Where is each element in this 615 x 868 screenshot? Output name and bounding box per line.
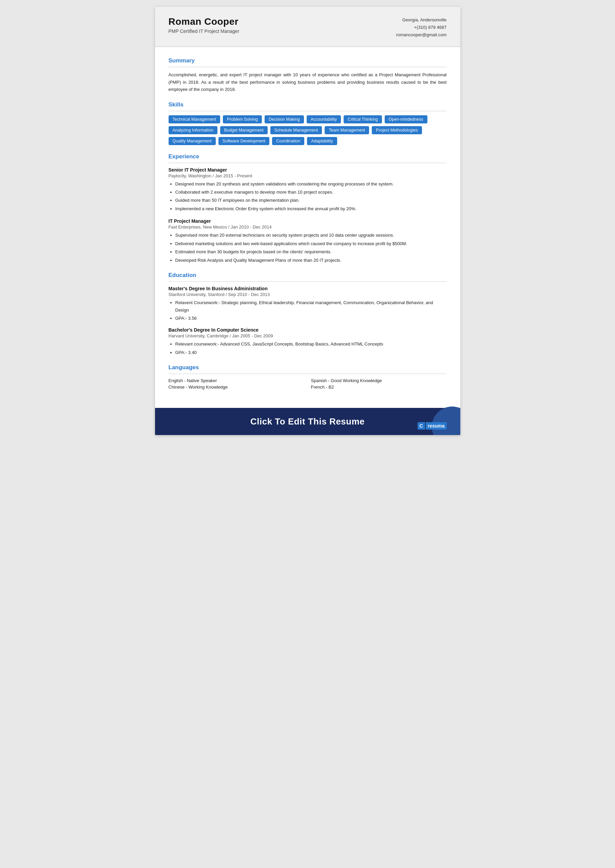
header-right: Georgia, Andersonville +(310) 879 4687 r… — [396, 16, 446, 39]
skill-badge: Quality Management — [169, 137, 216, 145]
skill-badge: Coordination — [272, 137, 304, 145]
language-item: French - B2 — [311, 385, 447, 390]
job-meta: Paylocity, Washington / Jan 2015 - Prese… — [169, 173, 447, 178]
job-bullet: Guided more than 50 IT employees on the … — [175, 197, 447, 204]
skill-badge: Team Management — [325, 126, 369, 134]
job-entry: Senior IT Project Manager Paylocity, Was… — [169, 167, 447, 213]
cta-text: Click To Edit This Resume — [250, 416, 365, 427]
languages-divider — [169, 374, 447, 374]
skill-badge: Critical Thinking — [343, 115, 382, 123]
education-entry: Master's Degree In Business Administrati… — [169, 286, 447, 322]
edu-bullet: Relevant coursework:- Advanced CSS, Java… — [175, 340, 447, 348]
summary-section: Summary Accomplished, energetic, and exp… — [169, 57, 447, 93]
edu-bullets: Relavent Coursework:- Strategic planning… — [169, 299, 447, 322]
skill-badge: Analyzing Information — [169, 126, 217, 134]
languages-grid: English - Native SpeakerSpanish - Good W… — [169, 378, 447, 390]
skill-badge: Schedule Management — [270, 126, 322, 134]
language-item: Spanish - Good Working Knowledge — [311, 378, 447, 383]
job-bullet: Delivered marketing solutions and two we… — [175, 240, 447, 247]
resume-header: Roman Cooper PMP Certified IT Project Ma… — [155, 7, 460, 47]
summary-section-title: Summary — [169, 57, 447, 64]
experience-section: Experience Senior IT Project Manager Pay… — [169, 153, 447, 264]
job-bullet: Implemented a new Electronic Order Entry… — [175, 205, 447, 212]
header-left: Roman Cooper PMP Certified IT Project Ma… — [169, 16, 239, 34]
experience-divider — [169, 163, 447, 163]
edu-bullet: Relavent Coursework:- Strategic planning… — [175, 299, 447, 314]
skill-badge: Open-mindedness — [385, 115, 428, 123]
footer-cta[interactable]: Click To Edit This Resume C resuma — [155, 408, 460, 435]
skill-badge: Project Methodologies — [372, 126, 422, 134]
job-title: Senior IT Project Manager — [169, 167, 447, 173]
languages-section-title: Languages — [169, 364, 447, 371]
edu-degree: Master's Degree In Business Administrati… — [169, 286, 447, 291]
languages-section: Languages English - Native SpeakerSpanis… — [169, 364, 447, 390]
skill-badge: Technical Management — [169, 115, 220, 123]
skill-badge: Problem Solving — [223, 115, 262, 123]
skill-badge: Accountability — [307, 115, 341, 123]
education-container: Master's Degree In Business Administrati… — [169, 286, 447, 356]
experience-container: Senior IT Project Manager Paylocity, Was… — [169, 167, 447, 264]
edu-bullet: GPA:- 3.56 — [175, 315, 447, 322]
job-entry: IT Project Manager Fast Enterprises, New… — [169, 218, 447, 264]
candidate-phone: +(310) 879 4687 — [396, 24, 446, 31]
education-divider — [169, 281, 447, 282]
footer-inner: Click To Edit This Resume — [169, 416, 447, 427]
candidate-title: PMP Certified IT Project Manager — [169, 28, 239, 34]
candidate-name: Roman Cooper — [169, 16, 239, 27]
job-bullet: Estimated more than 30 budgets for proje… — [175, 248, 447, 255]
job-bullets: Supervised more than 20 external technic… — [169, 232, 447, 264]
experience-section-title: Experience — [169, 153, 447, 160]
skills-divider — [169, 111, 447, 111]
edu-meta: Harvard University, Cambridge / Jan 2005… — [169, 333, 447, 338]
resume-page: Roman Cooper PMP Certified IT Project Ma… — [155, 7, 460, 435]
skills-container: Technical ManagementProblem SolvingDecis… — [169, 115, 447, 145]
education-section-title: Education — [169, 272, 447, 279]
job-bullet: Supervised more than 20 external technic… — [175, 232, 447, 239]
summary-divider — [169, 67, 447, 67]
job-bullet: Designed more than 20 synthesis and syst… — [175, 181, 447, 187]
skills-section: Skills Technical ManagementProblem Solvi… — [169, 101, 447, 145]
edu-meta: Stanford University, Stanford / Sep 2010… — [169, 292, 447, 297]
education-section: Education Master's Degree In Business Ad… — [169, 272, 447, 356]
skill-badge: Decision Making — [265, 115, 304, 123]
skill-badge: Software Development — [219, 137, 269, 145]
summary-text: Accomplished, energetic, and expert IT p… — [169, 71, 447, 93]
edu-bullet: GPA:- 3.40 — [175, 349, 447, 356]
job-bullet: Developed Risk Analysis and Quality Mana… — [175, 257, 447, 264]
job-bullet: Collaborated with 2 executive managers t… — [175, 189, 447, 196]
edu-bullets: Relevant coursework:- Advanced CSS, Java… — [169, 340, 447, 356]
education-entry: Bachelor's Degree In Computer Science Ha… — [169, 327, 447, 356]
skill-badge: Adaptability — [307, 137, 337, 145]
skill-badge: Budget Management — [220, 126, 268, 134]
skills-section-title: Skills — [169, 101, 447, 108]
job-title: IT Project Manager — [169, 218, 447, 224]
language-item: English - Native Speaker — [169, 378, 304, 383]
candidate-email: romancooper@gmail.com — [396, 31, 446, 39]
job-bullets: Designed more than 20 synthesis and syst… — [169, 181, 447, 213]
edu-degree: Bachelor's Degree In Computer Science — [169, 327, 447, 333]
candidate-location: Georgia, Andersonville — [396, 16, 446, 24]
job-meta: Fast Enterprises, New Mexico / Jan 2010 … — [169, 224, 447, 229]
language-item: Chinese - Working Knowledge — [169, 385, 304, 390]
resume-body: Summary Accomplished, energetic, and exp… — [155, 47, 460, 408]
